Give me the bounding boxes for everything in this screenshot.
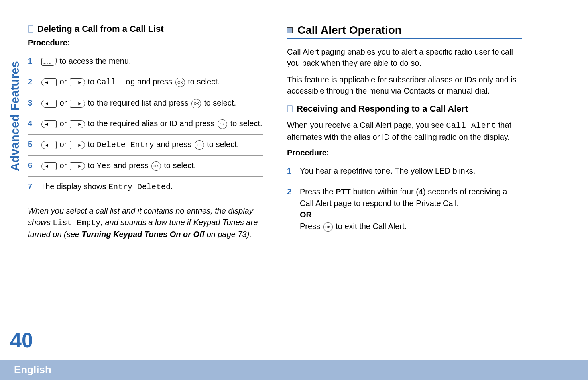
right-arrow-icon <box>70 141 85 149</box>
right-arrow-icon <box>70 78 85 86</box>
step-fragment: or <box>57 98 69 107</box>
step-fragment: to select. <box>186 77 220 86</box>
step-fragment: to select. <box>228 119 262 128</box>
sub-intro: When you receive a Call Alert page, you … <box>287 119 522 143</box>
step-text: or to Delete Entry and press to select. <box>41 139 263 151</box>
step-2: 2 or to Call Log and press to select. <box>28 72 263 93</box>
step-mono: Call Log <box>97 78 135 87</box>
ok-icon <box>175 78 185 87</box>
step-6: 6 or to Yes and press to select. <box>28 156 263 177</box>
step-text: or to Call Log and press to select. <box>41 76 263 88</box>
step-fragment: You hear a repetitive tone. The yellow L… <box>300 166 475 175</box>
step-1: 1 You hear a repetitive tone. The yellow… <box>287 161 522 182</box>
sidebar-section-label: Advanced Features <box>8 61 22 171</box>
right-steps: 1 You hear a repetitive tone. The yellow… <box>287 161 522 237</box>
footer-bar <box>0 360 588 380</box>
step-fragment: or <box>57 77 69 86</box>
step-7: 7 The display shows Entry Deleted. <box>28 177 263 198</box>
ok-icon <box>218 119 227 129</box>
right-arrow-icon <box>70 120 85 128</box>
step-fragment: to select. <box>205 140 239 149</box>
procedure-label-right: Procedure: <box>287 148 522 157</box>
intro-paragraph-2: This feature is applicable for subscribe… <box>287 74 522 96</box>
left-arrow-icon <box>41 141 57 149</box>
step-fragment: to the required alias or ID and press <box>86 119 217 128</box>
ok-icon <box>191 99 201 108</box>
menu-icon <box>41 58 57 66</box>
right-subheading: Receiving and Responding to a Call Alert <box>287 104 522 114</box>
step-text: The display shows Entry Deleted. <box>41 181 263 193</box>
step-fragment: to <box>86 140 97 149</box>
step-fragment: to select. <box>162 161 196 170</box>
page-number: 40 <box>10 328 33 352</box>
left-arrow-icon <box>41 100 57 108</box>
left-arrow-icon <box>41 78 57 86</box>
step-fragment: and press <box>111 161 151 170</box>
text-fragment: When you receive a Call Alert page, you … <box>287 121 446 129</box>
left-subheading: Deleting a Call from a Call List <box>28 24 263 34</box>
step-fragment: to exit the Call Alert. <box>334 222 407 231</box>
ok-icon <box>195 140 204 150</box>
text-mono: Call Alert <box>446 121 496 130</box>
intro-paragraph-1: Call Alert paging enables you to alert a… <box>287 46 522 69</box>
footer-language: English <box>14 364 51 376</box>
step-or: OR <box>300 210 312 219</box>
step-fragment: Press <box>300 222 323 231</box>
step-3: 3 or to the required list and press to s… <box>28 93 263 114</box>
right-arrow-icon <box>70 162 85 170</box>
step-fragment: to access the menu. <box>57 57 131 65</box>
step-fragment: to the required list and press <box>86 98 191 107</box>
step-mono: Entry Deleted <box>108 182 171 192</box>
step-text: or to the required list and press to sel… <box>41 97 263 109</box>
step-number: 3 <box>28 97 35 109</box>
note-bold: Turning Keypad Tones On or Off <box>82 230 205 239</box>
step-number: 2 <box>28 76 35 88</box>
step-fragment: and press <box>135 77 175 86</box>
step-fragment: The display shows <box>41 182 108 191</box>
step-fragment: to select. <box>202 98 236 107</box>
step-number: 5 <box>28 139 35 151</box>
step-4: 4 or to the required alias or ID and pre… <box>28 114 263 135</box>
step-fragment: to <box>86 77 97 86</box>
ok-icon <box>151 161 161 171</box>
left-note: When you select a call list and it conta… <box>28 205 263 240</box>
step-fragment: . <box>171 182 173 191</box>
right-arrow-icon <box>70 100 85 108</box>
step-fragment: and press <box>154 140 194 149</box>
ok-icon <box>323 222 333 232</box>
page-icon <box>287 105 293 112</box>
step-text: Press the PTT button within four (4) sec… <box>300 186 522 232</box>
step-text: or to Yes and press to select. <box>41 160 263 172</box>
left-steps: 1 to access the menu. 2 or to Call Log a… <box>28 51 263 198</box>
step-mono: Yes <box>97 161 111 170</box>
subheading-text: Receiving and Responding to a Call Alert <box>297 104 468 114</box>
step-number: 7 <box>28 181 35 193</box>
step-mono: Delete Entry <box>97 140 154 149</box>
step-text: to access the menu. <box>41 55 263 67</box>
note-fragment: on page 73). <box>205 230 252 239</box>
right-section-heading: Call Alert Operation <box>287 24 522 39</box>
step-2: 2 Press the PTT button within four (4) s… <box>287 182 522 237</box>
right-column: Call Alert Operation Call Alert paging e… <box>287 24 522 339</box>
step-number: 6 <box>28 160 35 172</box>
note-mono: List Empty <box>53 218 100 227</box>
left-column: Deleting a Call from a Call List Procedu… <box>28 24 263 339</box>
step-fragment: or <box>57 140 69 149</box>
section-title: Call Alert Operation <box>297 24 402 37</box>
step-text: You hear a repetitive tone. The yellow L… <box>300 165 522 177</box>
page-icon <box>28 25 33 33</box>
step-1: 1 to access the menu. <box>28 51 263 72</box>
step-fragment: to <box>86 161 97 170</box>
step-5: 5 or to Delete Entry and press to select… <box>28 135 263 156</box>
left-arrow-icon <box>41 120 57 128</box>
step-text: or to the required alias or ID and press… <box>41 118 263 129</box>
square-bullet-icon <box>287 27 293 33</box>
step-number: 1 <box>28 55 35 67</box>
step-number: 1 <box>287 165 294 177</box>
step-fragment: or <box>57 161 69 170</box>
step-fragment: Press the <box>300 187 336 196</box>
step-fragment: or <box>57 119 69 128</box>
step-number: 4 <box>28 118 35 129</box>
step-bold: PTT <box>336 187 351 196</box>
left-heading-text: Deleting a Call from a Call List <box>37 24 164 34</box>
